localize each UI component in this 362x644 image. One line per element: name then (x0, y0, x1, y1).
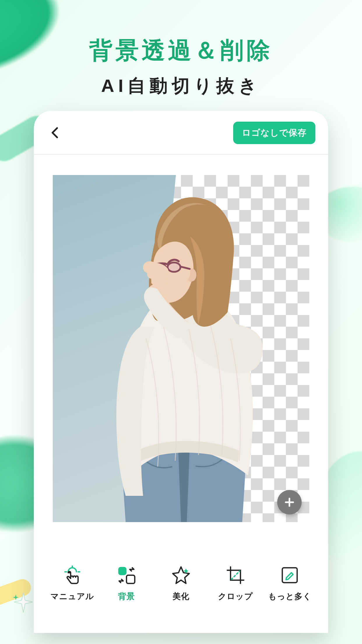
tool-more[interactable]: もっと多く (268, 565, 312, 602)
add-layer-button[interactable] (277, 490, 302, 514)
plus-icon (283, 496, 296, 509)
promo-background: 背景透過＆削除 AI自動切り抜き ロゴなしで保存 (0, 0, 362, 644)
tool-label: 背景 (118, 591, 135, 602)
tool-label: 美化 (173, 591, 189, 602)
phone-frame: ロゴなしで保存 (34, 111, 328, 633)
swap-bg-icon (116, 565, 137, 586)
svg-rect-2 (118, 567, 126, 575)
svg-rect-3 (126, 575, 135, 583)
tap-icon (62, 565, 83, 586)
bottom-toolbar: マニュアル 背景 (34, 557, 328, 633)
back-button[interactable] (47, 124, 64, 141)
tool-label: もっと多く (268, 591, 312, 602)
subject-cutout (53, 175, 309, 522)
tool-background[interactable]: 背景 (105, 565, 148, 602)
tool-label: マニュアル (50, 591, 94, 602)
crop-icon (225, 565, 246, 586)
star-icon (171, 565, 191, 586)
headline-primary: 背景透過＆削除 (0, 35, 362, 66)
tool-crop[interactable]: クロップ (214, 565, 257, 602)
headline-secondary: AI自動切り抜き (0, 74, 362, 98)
navbar: ロゴなしで保存 (34, 111, 328, 155)
image-canvas[interactable] (53, 175, 309, 522)
tool-label: クロップ (218, 591, 253, 602)
edit-icon (279, 565, 300, 586)
sparkle-icon (12, 592, 35, 615)
save-without-logo-button[interactable]: ロゴなしで保存 (233, 122, 315, 144)
tool-beautify[interactable]: 美化 (159, 565, 203, 602)
headline: 背景透過＆削除 AI自動切り抜き (0, 35, 362, 98)
svg-point-1 (168, 262, 180, 272)
tool-manual[interactable]: マニュアル (50, 565, 94, 602)
chevron-left-icon (48, 126, 62, 140)
